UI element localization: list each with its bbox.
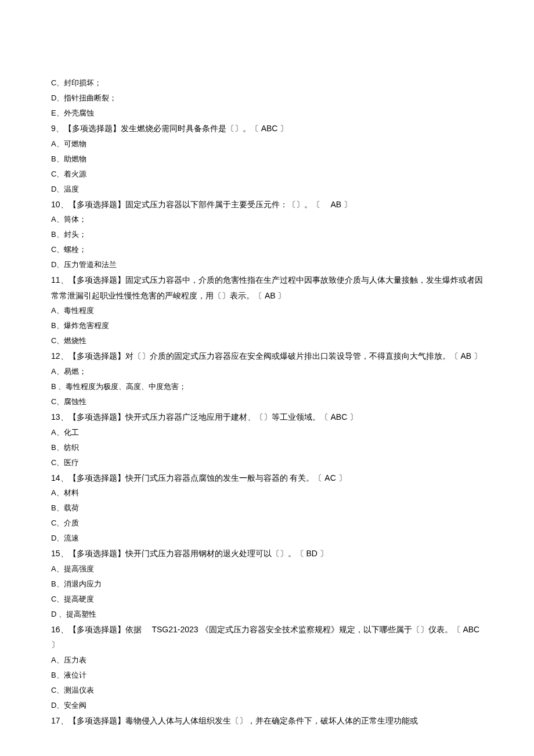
option-line: A、化工 [51, 425, 483, 440]
option-line: C、着火源 [51, 167, 483, 182]
option-line: B、消退内应力 [51, 577, 483, 592]
option-line: B、封头； [51, 227, 483, 242]
option-line: D、温度 [51, 182, 483, 197]
option-line: A、压力表 [51, 653, 483, 668]
option-line: A、毒性程度 [51, 303, 483, 318]
option-line: B、助燃物 [51, 152, 483, 167]
option-line: A、筒体； [51, 212, 483, 227]
option-line: C、介质 [51, 516, 483, 531]
option-line: D、安全阀 [51, 698, 483, 713]
option-line: C、测温仪表 [51, 683, 483, 698]
option-line: C、螺栓； [51, 242, 483, 257]
question-line: 17、【多项选择题】毒物侵入人体与人体组织发生〔〕，并在确定条件下，破坏人体的正… [51, 713, 483, 729]
option-line: B、载荷 [51, 501, 483, 516]
option-line: D、压力管道和法兰 [51, 257, 483, 272]
option-line: B、纺织 [51, 440, 483, 455]
document-page: C、封印损坏；D、指针扭曲断裂；E、外壳腐蚀9、【多项选择题】发生燃烧必需同时具… [0, 0, 534, 756]
question-line: 16、【多项选择题】依据 TSG21-2023 《固定式压力容器安全技术监察规程… [51, 622, 483, 653]
option-line: D 、提高塑性 [51, 607, 483, 622]
question-line: 15、【多项选择题】快开门式压力容器用钢材的退火处理可以〔〕。〔 BD 〕 [51, 546, 483, 561]
option-line: D、流速 [51, 531, 483, 546]
option-line: A、易燃； [51, 364, 483, 379]
question-line: 14、【多项选择题】快开门式压力容器点腐蚀的发生一般与容器的 有关。〔 AC 〕 [51, 470, 483, 486]
option-line: A、提高强度 [51, 561, 483, 577]
option-line: C、腐蚀性 [51, 394, 483, 409]
option-line: C、封印损坏； [51, 75, 483, 91]
option-line: A、材料 [51, 485, 483, 501]
question-line: 13、【多项选择题】快开式压力容器广泛地应用于建材、〔〕等工业领域。〔 ABC … [51, 409, 483, 425]
question-line: 11、【多项选择题】固定式压力容器中，介质的危害性指在生产过程中因事故致使介质与… [51, 272, 483, 303]
option-line: B、爆炸危害程度 [51, 318, 483, 333]
question-line: 12、【多项选择题】对〔〕介质的固定式压力容器应在安全阀或爆破片排出口装设导管，… [51, 348, 483, 364]
question-line: 9、【多项选择题】发生燃烧必需同时具备条件是〔〕。〔 ABC 〕 [51, 121, 483, 136]
option-line: C、燃烧性 [51, 333, 483, 348]
option-line: B 、毒性程度为极度、高度、中度危害； [51, 379, 483, 394]
option-line: C、提高硬度 [51, 592, 483, 607]
option-line: C、医疗 [51, 455, 483, 470]
option-line: B、液位计 [51, 668, 483, 683]
option-line: D、指针扭曲断裂； [51, 91, 483, 106]
option-line: A、可燃物 [51, 136, 483, 152]
option-line: E、外壳腐蚀 [51, 106, 483, 121]
question-line: 10、【多项选择题】固定式压力容器以下部件属于主要受压元件：〔〕。〔 AB 〕 [51, 197, 483, 213]
